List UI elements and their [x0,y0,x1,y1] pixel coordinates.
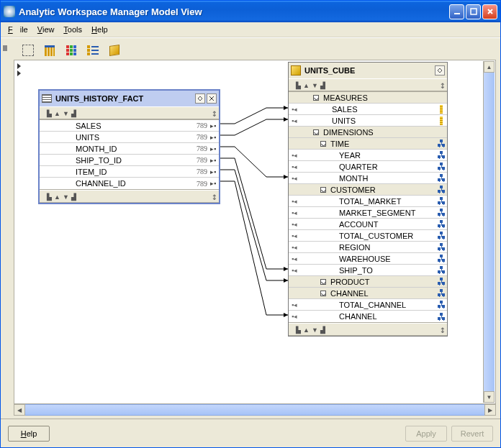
target-item-row[interactable]: ▪◂TOTAL_CUSTOMER [289,230,447,242]
menu-tools[interactable]: Tools [63,25,82,34]
apply-button[interactable]: Apply [405,426,447,442]
map-in-handle[interactable]: ▪◂ [292,313,302,320]
map-in-handle[interactable]: ▪◂ [292,175,302,182]
menu-help[interactable]: Help [91,25,108,34]
group-header-row[interactable]: CHANNEL [289,288,447,299]
toolbar-select-icon[interactable] [21,44,35,57]
map-out-handle[interactable]: ▸▪ [209,168,219,175]
target-item-row[interactable]: ▪◂QUARTER [289,161,447,173]
target-item-label: MARKET_SEGMENT [338,209,435,217]
target-item-row[interactable]: ▪◂YEAR [289,150,447,161]
target-frame-title: UNITS_CUBE [304,66,433,75]
menu-file[interactable]: File [8,25,28,34]
frame-close-icon[interactable] [207,93,217,104]
source-column-row[interactable]: CHANNEL_ID789▸▪ [40,178,219,189]
map-in-handle[interactable]: ▪◂ [292,198,302,205]
minimize-button[interactable] [449,4,464,19]
source-column-row[interactable]: SALES789▸▪ [40,120,219,132]
target-item-row[interactable]: ▪◂SALES [289,104,447,115]
target-frame[interactable]: UNITS_CUBE ▙ ▲ ▼ ▟ [288,62,448,337]
map-in-handle[interactable]: ▪◂ [292,301,302,308]
toolbar-grid-icon[interactable] [64,44,78,57]
group-header-row[interactable]: CUSTOMER [289,184,447,196]
map-in-handle[interactable]: ▪◂ [292,267,302,274]
map-out-handle[interactable]: ▸▪ [209,157,219,164]
map-in-handle[interactable]: ▪◂ [292,152,302,159]
target-frame-titlebar[interactable]: UNITS_CUBE [289,63,447,78]
source-column-label: SALES [74,122,190,130]
toolbar-table-icon[interactable] [42,44,57,57]
source-frame[interactable]: UNITS_HISTORY_FACT ▙ [38,89,220,204]
group-header-row[interactable]: DIMENSIONS [289,127,447,138]
target-nav-top[interactable]: ▙ ▲ ▼ ▟ ↕ [289,78,447,91]
close-button[interactable] [482,4,497,19]
scroll-up-icon[interactable]: ▲ [484,61,495,73]
revert-button[interactable]: Revert [451,426,493,442]
collapse-icon[interactable] [313,95,319,101]
target-item-row[interactable]: ▪◂SHIP_TO [289,265,447,276]
measure-icon [440,105,443,114]
menu-view[interactable]: View [37,25,55,34]
collapse-icon[interactable] [320,291,326,296]
target-item-row[interactable]: ▪◂UNITS [289,115,447,127]
frame-minimize-icon[interactable] [195,93,205,104]
vertical-scrollbar[interactable]: ▲ ▼ [483,61,495,403]
map-in-handle[interactable]: ▪◂ [292,244,302,251]
target-item-row[interactable]: ▪◂CHANNEL [289,311,447,322]
model-canvas[interactable]: UNITS_HISTORY_FACT ▙ [14,60,495,403]
target-item-row[interactable]: ▪◂ACCOUNT [289,219,447,230]
map-in-handle[interactable]: ▪◂ [292,221,302,228]
scroll-down-icon[interactable]: ▼ [484,391,495,403]
scroll-track[interactable] [25,404,484,416]
map-in-handle[interactable]: ▪◂ [292,106,302,113]
scroll-right-icon[interactable]: ▶ [484,404,496,416]
scroll-track[interactable] [484,73,495,391]
horizontal-scrollbar[interactable]: ◀ ▶ [14,404,496,416]
target-item-row[interactable]: ▪◂TOTAL_CHANNEL [289,299,447,311]
help-button[interactable]: Help [8,426,50,442]
app-icon [4,6,15,17]
source-frame-titlebar[interactable]: UNITS_HISTORY_FACT [40,91,219,106]
target-item-row[interactable]: ▪◂MARKET_SEGMENT [289,207,447,219]
target-item-row[interactable]: ▪◂MONTH [289,173,447,184]
group-header-row[interactable]: MEASURES [289,92,447,104]
map-in-handle[interactable]: ▪◂ [292,232,302,239]
collapse-icon[interactable] [320,141,326,147]
source-column-row[interactable]: ITEM_ID789▸▪ [40,166,219,178]
collapse-icon[interactable] [320,279,326,285]
source-column-row[interactable]: SHIP_TO_ID789▸▪ [40,155,219,166]
svg-rect-1 [471,9,477,14]
collapse-icon[interactable] [320,187,326,193]
map-in-handle[interactable]: ▪◂ [292,209,302,216]
group-header-row[interactable]: PRODUCT [289,276,447,288]
hierarchy-icon [438,151,446,159]
map-in-handle[interactable]: ▪◂ [292,117,302,124]
target-item-row[interactable]: ▪◂REGION [289,242,447,253]
target-nav-bottom[interactable]: ▙ ▲ ▼ ▟ ↕ [289,323,447,336]
target-item-row[interactable]: ▪◂TOTAL_MARKET [289,196,447,207]
left-splitter-handle[interactable] [3,45,9,74]
map-out-handle[interactable]: ▸▪ [209,134,219,141]
map-out-handle[interactable]: ▸▪ [209,122,219,129]
source-nav-top[interactable]: ▙ ▲ ▼ ▟ ↕ [40,106,219,119]
source-column-row[interactable]: UNITS789▸▪ [40,132,219,143]
source-nav-bottom[interactable]: ▙ ▲ ▼ ▟ ↕ [40,190,219,203]
target-item-row[interactable]: ▪◂WAREHOUSE [289,253,447,265]
hierarchy-icon [438,266,446,274]
toolbar-cube-icon[interactable] [107,44,122,57]
map-out-handle[interactable]: ▸▪ [209,180,219,187]
group-header-row[interactable]: TIME [289,138,447,150]
target-item-label: QUARTER [338,163,435,171]
scroll-left-icon[interactable]: ◀ [14,404,25,416]
canvas-splitter-handle[interactable] [17,63,23,72]
map-in-handle[interactable]: ▪◂ [292,163,302,170]
maximize-button[interactable] [466,4,481,19]
toolbar [21,44,500,57]
map-out-handle[interactable]: ▸▪ [209,145,219,152]
collapse-icon[interactable] [313,129,319,135]
frame-minimize-icon[interactable] [435,65,445,76]
toolbar-list-icon[interactable] [86,44,100,57]
source-column-row[interactable]: MONTH_ID789▸▪ [40,143,219,155]
cube-icon [291,65,301,76]
map-in-handle[interactable]: ▪◂ [292,255,302,262]
